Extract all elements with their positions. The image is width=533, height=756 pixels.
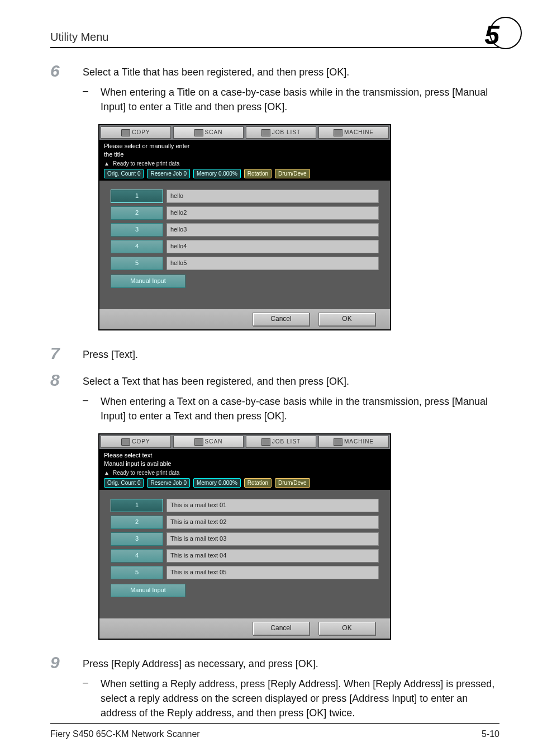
status-ready: Ready to receive print data <box>113 469 180 476</box>
scan-icon <box>194 438 203 446</box>
tab-machine[interactable]: MACHINE <box>318 126 389 139</box>
ok-button[interactable]: OK <box>318 622 375 635</box>
tab-label: SCAN <box>205 437 223 447</box>
title-value-3: hello3 <box>166 223 379 237</box>
status-orig: Orig. Count 0 <box>104 478 144 488</box>
step-subtext: When entering a Title on a case-by-case … <box>101 85 499 114</box>
text-value-4: This is a mail text 04 <box>166 549 379 563</box>
status-reserve: Reserve Job 0 <box>147 478 189 488</box>
status-ready: Ready to receive print data <box>113 160 180 167</box>
title-option-5[interactable]: 5 <box>111 257 163 270</box>
list-icon <box>261 129 270 136</box>
doc-icon <box>121 438 130 446</box>
panel-prompt-line1: Please select or manually enter <box>104 142 386 150</box>
chapter-circle <box>489 17 522 49</box>
tab-label: SCAN <box>205 127 223 138</box>
tab-copy[interactable]: COPY <box>101 126 171 139</box>
step-text: Select a Title that has been registered,… <box>83 63 499 79</box>
tab-label: COPY <box>132 127 150 138</box>
title-value-1: hello <box>166 190 379 203</box>
status-drum: Drum/Deve <box>275 478 310 488</box>
step-text: Select a Text that has been registered, … <box>83 372 499 389</box>
tab-machine[interactable]: MACHINE <box>318 436 389 448</box>
tab-label: MACHINE <box>344 437 374 447</box>
step-number: 6 <box>50 63 83 79</box>
text-value-5: This is a mail text 05 <box>166 566 379 579</box>
scan-icon <box>194 129 203 136</box>
doc-icon <box>121 129 130 136</box>
text-select-panel: COPY SCAN JOB LIST MACHINE Please select… <box>98 433 499 640</box>
section-title: Utility Menu <box>50 31 108 44</box>
dash-icon: – <box>83 85 101 114</box>
footer-rule <box>50 723 499 724</box>
dash-icon: – <box>83 677 101 720</box>
text-option-5[interactable]: 5 <box>111 566 163 579</box>
panel-prompt-line2: Manual input is available <box>104 460 386 467</box>
step-number: 8 <box>50 372 83 389</box>
list-icon <box>261 438 270 446</box>
title-value-4: hello4 <box>166 240 379 253</box>
status-drum: Drum/Deve <box>275 169 310 178</box>
title-value-2: hello2 <box>166 206 379 220</box>
text-value-3: This is a mail text 03 <box>166 532 379 546</box>
text-option-2[interactable]: 2 <box>111 516 163 529</box>
footer-product: Fiery S450 65C-KM Network Scanner <box>50 729 200 739</box>
tab-joblist[interactable]: JOB LIST <box>246 126 316 139</box>
step-subtext: When entering a Text on a case-by-case b… <box>101 394 499 423</box>
title-select-panel: COPY SCAN JOB LIST MACHINE Please select… <box>98 124 499 330</box>
status-reserve: Reserve Job 0 <box>147 169 189 178</box>
manual-input-button[interactable]: Manual Input <box>111 584 185 597</box>
panel-prompt-line2: the title <box>104 150 386 158</box>
tab-label: JOB LIST <box>272 127 301 138</box>
footer-page: 5-10 <box>482 729 499 739</box>
status-memory: Memory 0.000% <box>193 169 241 178</box>
step-subtext: When setting a Reply address, press [Rep… <box>101 677 499 720</box>
tab-scan[interactable]: SCAN <box>173 126 244 139</box>
step-number: 9 <box>50 654 83 671</box>
text-option-4[interactable]: 4 <box>111 549 163 563</box>
text-value-2: This is a mail text 02 <box>166 516 379 529</box>
step-text: Press [Reply Address] as necessary, and … <box>83 654 499 671</box>
status-memory: Memory 0.000% <box>193 478 241 488</box>
title-option-1[interactable]: 1 <box>111 190 163 203</box>
dash-icon: – <box>83 394 101 423</box>
tab-label: MACHINE <box>344 127 374 138</box>
text-option-1[interactable]: 1 <box>111 499 163 512</box>
tab-scan[interactable]: SCAN <box>173 436 244 448</box>
panel-prompt-line1: Please select text <box>104 451 386 459</box>
machine-icon <box>334 129 342 136</box>
status-rotation: Rotation <box>244 169 272 178</box>
manual-input-button[interactable]: Manual Input <box>111 275 185 288</box>
tab-label: COPY <box>132 437 150 447</box>
machine-icon <box>334 438 342 446</box>
text-value-1: This is a mail text 01 <box>166 499 379 512</box>
title-option-3[interactable]: 3 <box>111 223 163 237</box>
cancel-button[interactable]: Cancel <box>253 313 310 326</box>
title-option-4[interactable]: 4 <box>111 240 163 253</box>
ok-button[interactable]: OK <box>318 313 375 326</box>
status-rotation: Rotation <box>244 478 272 488</box>
status-orig: Orig. Count 0 <box>104 169 144 178</box>
title-option-2[interactable]: 2 <box>111 206 163 220</box>
tab-joblist[interactable]: JOB LIST <box>246 436 316 448</box>
tab-label: JOB LIST <box>272 437 301 447</box>
step-number: 7 <box>50 345 83 362</box>
text-option-3[interactable]: 3 <box>111 532 163 546</box>
title-value-5: hello5 <box>166 257 379 270</box>
cancel-button[interactable]: Cancel <box>253 622 310 635</box>
tab-copy[interactable]: COPY <box>101 436 171 448</box>
step-text: Press [Text]. <box>83 345 499 362</box>
